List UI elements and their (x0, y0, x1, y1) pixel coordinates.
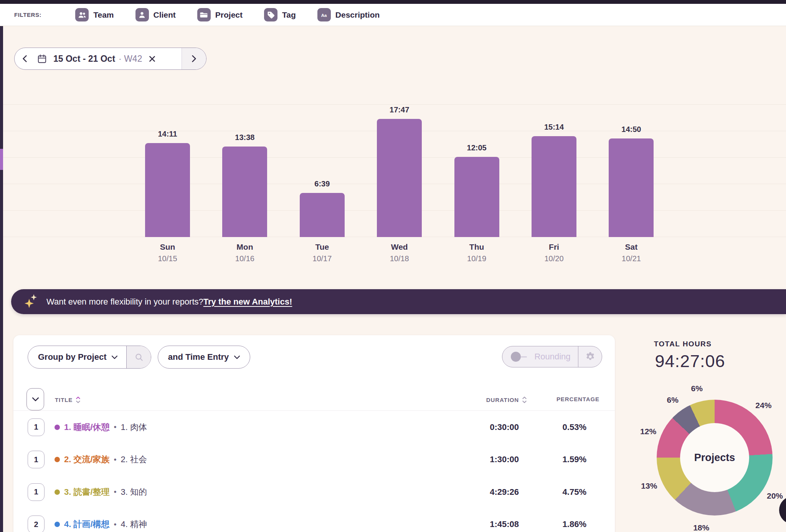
gear-icon (585, 351, 596, 362)
row-duration: 1:30:00 (490, 455, 519, 464)
banner-text: Want even more flexibility in your repor… (46, 297, 203, 307)
entry-count-badge[interactable]: 1 (28, 418, 45, 436)
rounding-toggle[interactable] (511, 352, 527, 362)
filter-tag[interactable]: Tag (264, 8, 296, 21)
filter-client[interactable]: Client (135, 8, 176, 21)
row-percentage: 1.59% (563, 455, 586, 464)
help-fab-button[interactable] (779, 496, 786, 524)
column-header-duration[interactable]: DURATION (486, 396, 527, 404)
bar-chart-plot: 14:1113:386:3917:4712:0515:1414:50 (3, 104, 786, 237)
sort-icon (76, 396, 81, 404)
tag-icon (264, 8, 277, 21)
sparkles-icon (24, 293, 38, 310)
filter-label: Description (335, 10, 380, 20)
donut-slice-label: 20% (767, 491, 783, 501)
filter-label: Team (93, 10, 114, 20)
project-name[interactable]: 1. 睡眠/休憩 (64, 422, 110, 433)
table-row[interactable]: 24. 計画/構想•4. 精神1:45:081.86% (13, 508, 615, 532)
project-name[interactable]: 4. 計画/構想 (64, 519, 110, 530)
client-icon (135, 8, 149, 21)
next-period-button[interactable] (182, 48, 206, 69)
entry-count-badge[interactable]: 2 (28, 516, 45, 532)
column-header-title[interactable]: TITLE (55, 396, 81, 404)
separator-dot: • (114, 455, 117, 464)
client-name: 1. 肉体 (121, 422, 147, 433)
rounding-label: Rounding (534, 352, 570, 362)
day-bar[interactable] (377, 119, 422, 237)
filters-bar: FILTERS: TeamClientProjectTagAaDescripti… (0, 4, 786, 26)
bar-chart-x-labels: Sun10/15Mon10/16Tue10/17Wed10/18Thu10/19… (0, 242, 786, 269)
bar-value-label: 13:38 (222, 133, 267, 142)
donut-slice-label: 24% (755, 401, 771, 410)
secondary-group-dropdown[interactable]: and Time Entry (158, 346, 250, 369)
entry-count-badge[interactable]: 1 (28, 483, 45, 501)
bar-value-label: 14:11 (145, 130, 190, 138)
row-duration: 0:30:00 (490, 422, 519, 432)
table-row[interactable]: 11. 睡眠/休憩•1. 肉体0:30:000.53% (13, 411, 615, 443)
collapse-all-button[interactable] (26, 388, 44, 410)
day-bar[interactable] (145, 143, 190, 237)
chevron-down-icon (234, 356, 240, 359)
day-bar[interactable] (300, 193, 345, 237)
donut-slice-label: 6% (667, 395, 678, 405)
chevron-down-icon (112, 356, 117, 359)
entry-count-badge[interactable]: 1 (28, 451, 45, 468)
filter-team[interactable]: Team (75, 8, 114, 21)
sidebar-collapsed-edge[interactable] (0, 26, 3, 532)
table-row[interactable]: 13. 読書/整理•3. 知的4:29:264.75% (13, 476, 615, 508)
donut-center: Projects (680, 423, 749, 492)
column-header-percentage[interactable]: PERCENTAGE (556, 396, 599, 402)
filter-project[interactable]: Project (197, 8, 243, 21)
donut-slice-label: 13% (641, 481, 657, 491)
report-table-card: Group by Project and Time Entry Rounding… (13, 335, 615, 532)
sidebar-active-highlight (0, 149, 3, 170)
separator-dot: • (114, 520, 117, 529)
previous-period-button[interactable] (15, 48, 35, 69)
row-percentage: 4.75% (563, 487, 586, 497)
day-bar[interactable] (532, 136, 576, 237)
project-name[interactable]: 2. 交流/家族 (64, 454, 110, 465)
row-duration: 1:45:08 (490, 519, 519, 529)
x-axis-label: Sun10/15 (137, 242, 198, 263)
rounding-control: Rounding (502, 346, 602, 367)
donut-center-label: Projects (694, 452, 735, 464)
date-range-label[interactable]: 15 Oct - 21 Oct (53, 54, 115, 64)
toggle-track (521, 356, 527, 357)
chevron-right-icon (192, 55, 196, 62)
calendar-icon (37, 54, 47, 64)
svg-text:Aa: Aa (321, 13, 327, 17)
bar-value-label: 17:47 (377, 105, 422, 114)
day-bar[interactable] (609, 138, 654, 237)
day-bar[interactable] (454, 157, 499, 237)
group-by-dropdown[interactable]: Group by Project (28, 346, 151, 369)
filter-label: Project (215, 10, 243, 20)
row-title: 1. 睡眠/休憩•1. 肉体 (54, 422, 147, 433)
filters-label: FILTERS: (14, 12, 41, 18)
filters-items: TeamClientProjectTagAaDescription (75, 8, 380, 21)
search-button[interactable] (126, 346, 151, 368)
x-axis-label: Thu10/19 (446, 242, 507, 263)
x-axis-label: Mon10/16 (214, 242, 276, 263)
rounding-settings-button[interactable] (578, 346, 602, 367)
team-icon (75, 8, 89, 21)
window-top-strip (0, 0, 786, 4)
donut-slice-label: 12% (640, 427, 656, 436)
bar-value-label: 12:05 (454, 143, 499, 152)
project-name[interactable]: 3. 読書/整理 (64, 486, 110, 498)
x-axis-label: Fri10/20 (523, 242, 585, 263)
table-row[interactable]: 12. 交流/家族•2. 社会1:30:001.59% (13, 443, 615, 476)
date-range-picker[interactable]: 15 Oct - 21 Oct · W42 (14, 48, 206, 70)
x-axis-label: Sat10/21 (601, 242, 662, 263)
filter-description[interactable]: AaDescription (317, 8, 380, 21)
clear-date-button[interactable] (149, 56, 155, 62)
row-percentage: 0.53% (563, 422, 586, 432)
client-name: 3. 知的 (121, 486, 147, 498)
day-bar[interactable] (222, 147, 267, 237)
project-color-dot (54, 457, 60, 462)
separator-dot: • (114, 488, 117, 496)
analytics-link[interactable]: Try the new Analytics! (203, 297, 292, 307)
client-name: 4. 精神 (121, 519, 147, 530)
sort-icon (522, 396, 527, 404)
x-axis-label: Wed10/18 (369, 242, 430, 263)
analytics-banner: Want even more flexibility in your repor… (11, 289, 786, 314)
